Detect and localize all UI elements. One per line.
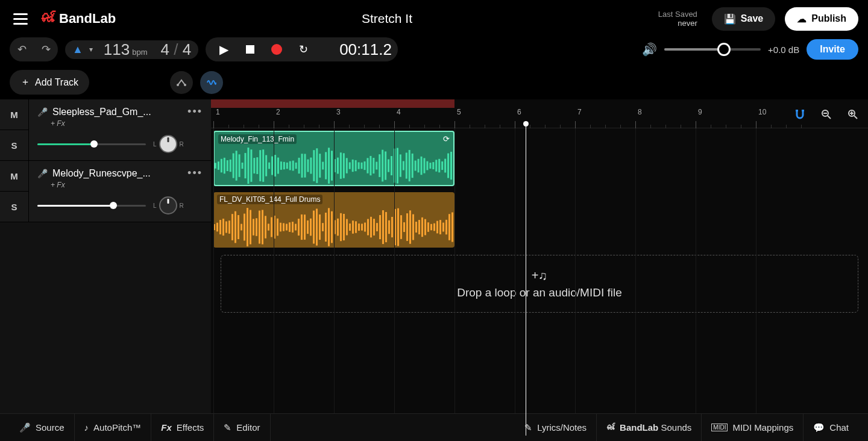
drop-zone[interactable]: +♫ Drop a loop or an audio/MIDI file	[221, 255, 858, 313]
track-volume-slider[interactable]	[37, 205, 146, 207]
svg-rect-125	[343, 214, 345, 240]
timecode-display[interactable]: 00:11.2	[339, 40, 392, 59]
svg-rect-80	[447, 154, 449, 178]
mute-button[interactable]: M	[0, 99, 28, 130]
svg-rect-53	[366, 158, 368, 173]
svg-rect-129	[355, 221, 357, 233]
track-row[interactable]: M S 🎤 Sleepless_Pad_Gm_... ••• + Fx L R	[0, 99, 211, 161]
play-button[interactable]: ▶	[212, 37, 236, 61]
fx-label[interactable]: + Fx	[51, 119, 203, 128]
redo-button[interactable]: ↷	[34, 37, 58, 61]
loop-toggle[interactable]: ↻	[291, 37, 315, 61]
svg-rect-61	[391, 156, 392, 175]
track-name[interactable]: Sleepless_Pad_Gm_...	[52, 107, 183, 117]
mic-icon: 🎤	[37, 169, 48, 178]
track-row[interactable]: M S 🎤 Melody_Runescvpe_... ••• + Fx L R	[0, 161, 211, 222]
svg-rect-54	[370, 156, 371, 175]
svg-rect-105	[283, 223, 285, 231]
pan-left-label: L	[153, 141, 157, 148]
mic-icon: 🎤	[37, 107, 48, 117]
svg-rect-151	[421, 217, 423, 237]
clip-loop-icon[interactable]: ⟳	[443, 134, 450, 143]
invite-label: Invite	[820, 44, 845, 55]
autopitch-tab[interactable]: ♪ AutoPitch™	[75, 414, 152, 441]
svg-rect-76	[435, 160, 437, 171]
svg-rect-131	[361, 224, 363, 230]
svg-rect-12	[245, 153, 247, 178]
svg-rect-27	[289, 161, 291, 170]
timeline-tools	[790, 104, 863, 125]
svg-rect-5	[224, 158, 225, 174]
invite-button[interactable]: Invite	[807, 39, 858, 60]
effects-tab[interactable]: Fx Effects	[151, 414, 214, 441]
add-track-button[interactable]: ＋ Add Track	[10, 70, 89, 95]
svg-rect-40	[328, 148, 330, 184]
track-volume-slider[interactable]	[37, 143, 146, 145]
zoom-in-button[interactable]	[843, 104, 863, 125]
publish-button[interactable]: ☁ Publish	[785, 7, 858, 31]
svg-rect-72	[424, 158, 426, 173]
fx-icon: Fx	[161, 422, 172, 433]
solo-button[interactable]: S	[0, 192, 28, 222]
timeline[interactable]: 12345678910 Melody_Fin_113_Fmin⟳FL_DV_KI…	[211, 99, 868, 436]
svg-rect-23	[277, 158, 279, 174]
track-name[interactable]: Melody_Runescvpe_...	[52, 168, 183, 179]
menu-button[interactable]	[10, 10, 31, 28]
metronome-icon[interactable]: ▲	[72, 43, 83, 56]
fx-label[interactable]: + Fx	[51, 181, 203, 189]
zoom-out-button[interactable]	[816, 104, 837, 125]
svg-rect-31	[301, 154, 303, 178]
chevron-down-icon[interactable]: ▾	[89, 45, 93, 54]
svg-rect-140	[388, 220, 390, 234]
svg-rect-38	[322, 162, 324, 170]
solo-button[interactable]: S	[0, 130, 28, 160]
svg-rect-110	[298, 219, 300, 236]
editor-tab[interactable]: ✎ Editor	[214, 414, 270, 441]
svg-rect-115	[313, 211, 315, 244]
master-volume: 🔊 +0.0 dB	[642, 42, 799, 57]
svg-rect-124	[340, 213, 342, 241]
sig-denominator: 4	[183, 40, 191, 58]
chat-tab[interactable]: 💬 Chat	[804, 414, 858, 441]
source-tab[interactable]: 🎤 Source	[10, 414, 75, 441]
speaker-icon[interactable]: 🔊	[642, 42, 657, 57]
svg-line-168	[854, 116, 857, 119]
waveform-toggle[interactable]	[200, 71, 223, 94]
mute-button[interactable]: M	[0, 161, 28, 192]
svg-rect-65	[403, 161, 404, 170]
svg-rect-10	[239, 154, 241, 177]
drop-zone-label: Drop a loop or an audio/MIDI file	[457, 286, 622, 299]
stop-button[interactable]	[238, 37, 262, 61]
time-signature[interactable]: 4 / 4	[161, 40, 192, 59]
pan-knob[interactable]	[159, 196, 177, 214]
timeline-ruler[interactable]: 12345678910	[211, 99, 868, 128]
svg-rect-116	[316, 208, 318, 245]
workspace: M S 🎤 Sleepless_Pad_Gm_... ••• + Fx L R	[0, 99, 868, 436]
svg-rect-139	[385, 212, 387, 242]
svg-rect-48	[352, 160, 354, 172]
svg-rect-117	[319, 214, 321, 240]
track-menu-button[interactable]: •••	[187, 105, 203, 118]
svg-rect-143	[397, 208, 399, 246]
loop-region[interactable]	[211, 99, 454, 108]
project-title[interactable]: Stretch It	[125, 11, 649, 26]
master-volume-slider[interactable]	[664, 48, 761, 51]
svg-rect-114	[310, 219, 312, 236]
snap-toggle[interactable]	[790, 104, 810, 125]
brand-name: BandLab	[59, 11, 116, 27]
history-pill: ↶ ↷	[10, 37, 58, 61]
pan-knob[interactable]	[159, 135, 177, 153]
lyrics-notes-tab[interactable]: ✎ Lyrics/Notes	[515, 414, 597, 441]
undo-button[interactable]: ↶	[10, 37, 34, 61]
brand-logo[interactable]: ꫛ BandLab	[41, 10, 116, 27]
tempo-display[interactable]: 113 bpm	[104, 40, 148, 59]
playhead[interactable]	[526, 125, 526, 436]
svg-rect-16	[256, 157, 258, 174]
midi-mappings-tab[interactable]: MIDI MIDI Mappings	[702, 414, 804, 441]
save-button[interactable]: 💾 Save	[712, 7, 775, 31]
bandlab-sounds-tab[interactable]: ꫛ BandLab Sounds	[597, 414, 702, 441]
track-menu-button[interactable]: •••	[187, 167, 203, 180]
automation-toggle[interactable]	[170, 71, 193, 94]
svg-rect-64	[400, 154, 401, 177]
record-button[interactable]	[265, 37, 289, 61]
